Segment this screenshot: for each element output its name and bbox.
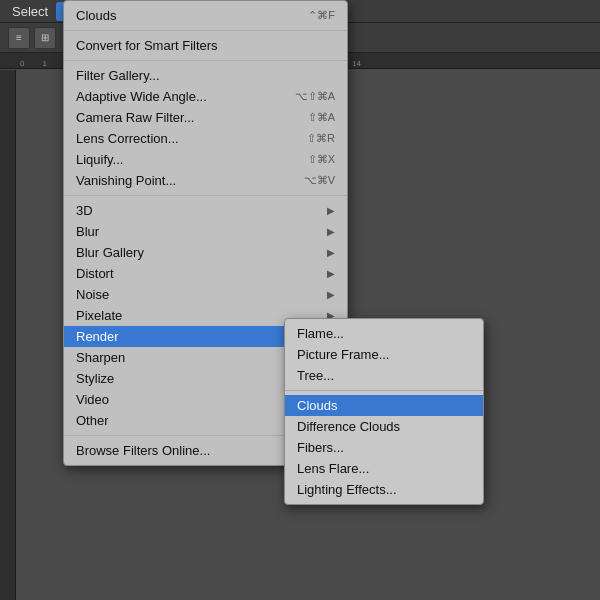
submenu-item-picture-frame[interactable]: Picture Frame... bbox=[285, 344, 483, 365]
menu-item-label: Video bbox=[76, 392, 109, 407]
submenu-item-label: Lighting Effects... bbox=[297, 482, 397, 497]
menu-item-vanishing-point[interactable]: Vanishing Point... ⌥⌘V bbox=[64, 170, 347, 191]
menu-item-3d[interactable]: 3D ▶ bbox=[64, 200, 347, 221]
menu-item-label: Render bbox=[76, 329, 119, 344]
menu-item-noise[interactable]: Noise ▶ bbox=[64, 284, 347, 305]
menu-item-shortcut: ⌥⇧⌘A bbox=[295, 90, 335, 103]
menu-item-label: 3D bbox=[76, 203, 93, 218]
menu-sep-3 bbox=[64, 195, 347, 196]
menu-sep-2 bbox=[64, 60, 347, 61]
menu-item-label: Lens Correction... bbox=[76, 131, 179, 146]
submenu-item-label: Tree... bbox=[297, 368, 334, 383]
render-submenu: Flame... Picture Frame... Tree... Clouds… bbox=[284, 318, 484, 505]
menu-item-label: Vanishing Point... bbox=[76, 173, 176, 188]
menu-item-label: Noise bbox=[76, 287, 109, 302]
menu-item-label: Stylize bbox=[76, 371, 114, 386]
submenu-item-clouds[interactable]: Clouds bbox=[285, 395, 483, 416]
menu-item-blur-gallery[interactable]: Blur Gallery ▶ bbox=[64, 242, 347, 263]
arrow-icon: ▶ bbox=[327, 226, 335, 237]
submenu-item-label: Difference Clouds bbox=[297, 419, 400, 434]
dropdown-overlay: Clouds ⌃⌘F Convert for Smart Filters Fil… bbox=[0, 0, 600, 600]
menu-item-label: Pixelate bbox=[76, 308, 122, 323]
menu-item-label: Camera Raw Filter... bbox=[76, 110, 194, 125]
arrow-icon: ▶ bbox=[327, 289, 335, 300]
menu-item-adaptive[interactable]: Adaptive Wide Angle... ⌥⇧⌘A bbox=[64, 86, 347, 107]
menu-item-camera-raw[interactable]: Camera Raw Filter... ⇧⌘A bbox=[64, 107, 347, 128]
submenu-item-lens-flare[interactable]: Lens Flare... bbox=[285, 458, 483, 479]
menu-item-lens-correction[interactable]: Lens Correction... ⇧⌘R bbox=[64, 128, 347, 149]
arrow-icon: ▶ bbox=[327, 268, 335, 279]
menu-item-label: Browse Filters Online... bbox=[76, 443, 210, 458]
submenu-item-label: Picture Frame... bbox=[297, 347, 389, 362]
menu-item-shortcut: ⇧⌘R bbox=[307, 132, 335, 145]
menu-item-blur[interactable]: Blur ▶ bbox=[64, 221, 347, 242]
menu-item-shortcut: ⇧⌘A bbox=[308, 111, 335, 124]
menu-item-shortcut: ⌃⌘F bbox=[308, 9, 335, 22]
menu-item-clouds-top[interactable]: Clouds ⌃⌘F bbox=[64, 5, 347, 26]
menu-sep-1 bbox=[64, 30, 347, 31]
arrow-icon: ▶ bbox=[327, 205, 335, 216]
menu-item-label: Blur bbox=[76, 224, 99, 239]
menu-item-label: Blur Gallery bbox=[76, 245, 144, 260]
menu-item-label: Liquify... bbox=[76, 152, 123, 167]
submenu-item-label: Clouds bbox=[297, 398, 337, 413]
menu-item-distort[interactable]: Distort ▶ bbox=[64, 263, 347, 284]
menu-item-label: Other bbox=[76, 413, 109, 428]
menu-item-label: Convert for Smart Filters bbox=[76, 38, 218, 53]
submenu-item-label: Fibers... bbox=[297, 440, 344, 455]
submenu-item-difference-clouds[interactable]: Difference Clouds bbox=[285, 416, 483, 437]
submenu-item-flame[interactable]: Flame... bbox=[285, 323, 483, 344]
menu-item-shortcut: ⌥⌘V bbox=[304, 174, 335, 187]
menu-item-label: Sharpen bbox=[76, 350, 125, 365]
menu-item-label: Distort bbox=[76, 266, 114, 281]
menu-item-shortcut: ⇧⌘X bbox=[308, 153, 335, 166]
menu-item-label: Filter Gallery... bbox=[76, 68, 160, 83]
submenu-item-fibers[interactable]: Fibers... bbox=[285, 437, 483, 458]
submenu-item-tree[interactable]: Tree... bbox=[285, 365, 483, 386]
submenu-item-label: Lens Flare... bbox=[297, 461, 369, 476]
submenu-item-label: Flame... bbox=[297, 326, 344, 341]
menu-item-label: Clouds bbox=[76, 8, 116, 23]
submenu-sep bbox=[285, 390, 483, 391]
menu-item-liquify[interactable]: Liquify... ⇧⌘X bbox=[64, 149, 347, 170]
menu-item-filter-gallery[interactable]: Filter Gallery... bbox=[64, 65, 347, 86]
menu-item-label: Adaptive Wide Angle... bbox=[76, 89, 207, 104]
menu-item-convert[interactable]: Convert for Smart Filters bbox=[64, 35, 347, 56]
submenu-item-lighting-effects[interactable]: Lighting Effects... bbox=[285, 479, 483, 500]
arrow-icon: ▶ bbox=[327, 247, 335, 258]
